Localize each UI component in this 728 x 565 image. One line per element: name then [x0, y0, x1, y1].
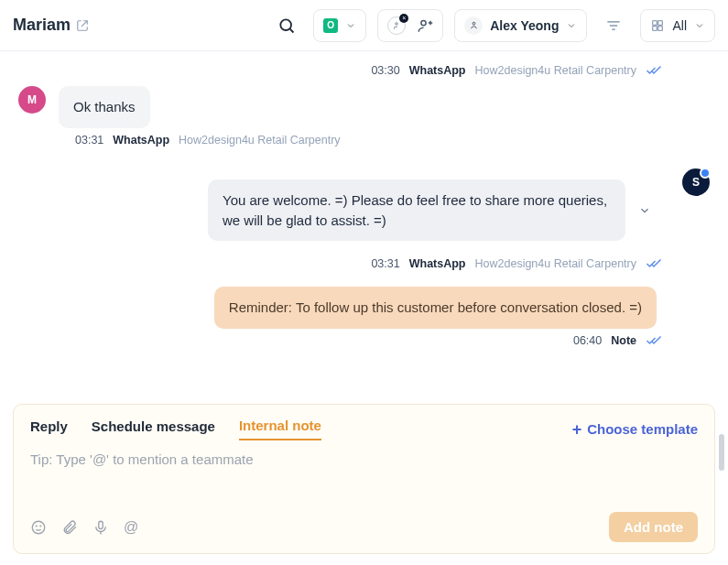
- plus-icon: +: [572, 421, 582, 438]
- svg-point-15: [36, 526, 37, 527]
- mention-icon[interactable]: @: [124, 519, 138, 536]
- composer-tabs: Reply Schedule message Internal note + C…: [30, 418, 698, 440]
- close-badge-icon: ×: [399, 14, 408, 23]
- scrollbar-thumb[interactable]: [719, 434, 724, 471]
- outgoing-bubble[interactable]: You are welcome. =) Please do feel free …: [208, 179, 625, 242]
- message-meta: 06:40 Note: [18, 334, 662, 347]
- status-open-icon: O: [323, 18, 338, 33]
- search-button[interactable]: [271, 10, 302, 41]
- tab-internal-note[interactable]: Internal note: [239, 418, 321, 440]
- svg-point-14: [32, 521, 45, 534]
- composer: Reply Schedule message Internal note + C…: [13, 404, 715, 554]
- collapse-message-icon[interactable]: [635, 201, 655, 221]
- message-meta: 03:31 WhatsApp How2design4u Retail Carpe…: [18, 257, 662, 270]
- meta-time: 03:31: [371, 257, 399, 270]
- open-external-icon[interactable]: [76, 19, 89, 32]
- attachment-icon[interactable]: [61, 519, 78, 536]
- composer-textarea[interactable]: [30, 451, 698, 512]
- svg-rect-13: [658, 26, 663, 30]
- meta-channel: WhatsApp: [409, 257, 466, 270]
- meta-time: 03:31: [75, 134, 103, 147]
- choose-template-link[interactable]: + Choose template: [572, 421, 698, 438]
- svg-rect-11: [658, 20, 663, 25]
- microphone-icon[interactable]: [92, 519, 109, 536]
- status-dropdown[interactable]: O: [313, 9, 366, 42]
- add-note-button[interactable]: Add note: [609, 512, 698, 542]
- filter-button[interactable]: [598, 10, 629, 41]
- conversation-header: Mariam O × Alex Yeong: [0, 0, 728, 51]
- composer-toolbar: @ Add note: [30, 512, 698, 542]
- agent-avatar[interactable]: S: [682, 168, 710, 196]
- svg-point-2: [396, 22, 398, 25]
- read-check-icon: [646, 258, 662, 269]
- incoming-message-row: M Ok thanks: [18, 86, 710, 128]
- conversation-thread: 03:30 WhatsApp How2design4u Retail Carpe…: [0, 51, 728, 404]
- choose-template-label: Choose template: [587, 421, 698, 437]
- assignee-name: Alex Yeong: [490, 18, 559, 33]
- note-row: Reminder: To follow up this customer bef…: [18, 287, 710, 329]
- svg-point-6: [473, 22, 475, 25]
- view-filter-label: All: [672, 18, 687, 33]
- svg-point-3: [421, 20, 426, 25]
- note-bubble[interactable]: Reminder: To follow up this customer bef…: [214, 287, 657, 329]
- meta-channel: WhatsApp: [113, 134, 169, 147]
- incoming-bubble[interactable]: Ok thanks: [59, 86, 150, 128]
- assignee-dropdown[interactable]: Alex Yeong: [454, 9, 587, 42]
- svg-rect-12: [653, 26, 657, 30]
- svg-point-16: [40, 526, 41, 527]
- meta-time: 03:30: [371, 64, 399, 77]
- assignee-avatar-icon: [464, 16, 483, 35]
- meta-time: 06:40: [573, 334, 602, 347]
- queue-assign-group[interactable]: ×: [377, 9, 443, 42]
- meta-source: How2design4u Retail Carpentry: [475, 257, 636, 270]
- svg-line-1: [290, 28, 294, 32]
- contact-avatar[interactable]: M: [18, 86, 46, 114]
- grid-icon: [650, 18, 665, 33]
- svg-rect-17: [99, 521, 103, 528]
- outgoing-message-row: You are welcome. =) Please do feel free …: [18, 168, 710, 253]
- queue-icon: ×: [387, 16, 406, 35]
- chevron-down-icon: [566, 20, 577, 31]
- view-filter-dropdown[interactable]: All: [640, 9, 715, 42]
- chevron-down-icon: [345, 20, 356, 31]
- message-meta: 03:30 WhatsApp How2design4u Retail Carpe…: [18, 64, 662, 77]
- emoji-icon[interactable]: [30, 519, 47, 536]
- add-assignee-icon[interactable]: [417, 17, 433, 34]
- meta-channel: Note: [611, 334, 636, 347]
- message-meta: 03:31 WhatsApp How2design4u Retail Carpe…: [75, 134, 710, 147]
- contact-name-text: Mariam: [13, 16, 71, 35]
- meta-channel: WhatsApp: [409, 64, 466, 77]
- chevron-down-icon: [694, 20, 705, 31]
- tab-reply[interactable]: Reply: [30, 418, 68, 440]
- meta-source: How2design4u Retail Carpentry: [179, 134, 340, 147]
- svg-rect-10: [653, 20, 657, 25]
- svg-point-0: [281, 19, 292, 30]
- meta-source: How2design4u Retail Carpentry: [475, 64, 636, 77]
- contact-name[interactable]: Mariam: [13, 16, 89, 35]
- tab-schedule[interactable]: Schedule message: [92, 418, 215, 440]
- read-check-icon: [646, 335, 662, 346]
- read-check-icon: [646, 65, 662, 76]
